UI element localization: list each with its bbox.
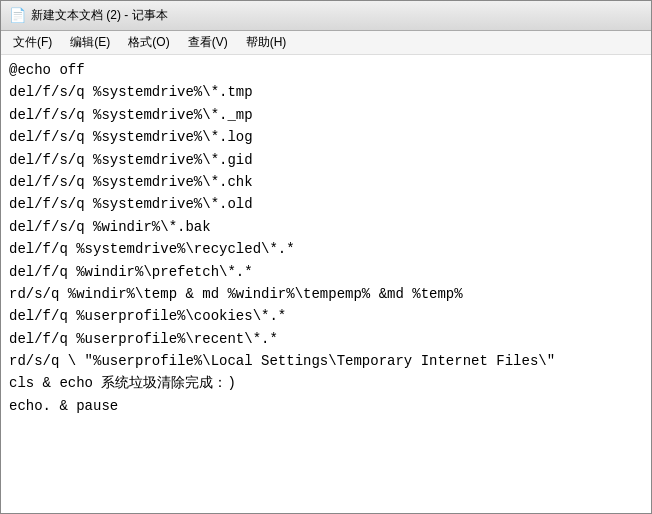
code-line: @echo off <box>9 59 643 81</box>
text-editor[interactable]: @echo offdel/f/s/q %systemdrive%\*.tmpde… <box>1 55 651 513</box>
code-line: del/f/s/q %systemdrive%\*.old <box>9 193 643 215</box>
notepad-window: 📄 新建文本文档 (2) - 记事本 文件(F) 编辑(E) 格式(O) 查看(… <box>0 0 652 514</box>
menu-view[interactable]: 查看(V) <box>180 32 236 53</box>
app-icon: 📄 <box>9 8 25 24</box>
code-line: del/f/q %userprofile%\cookies\*.* <box>9 305 643 327</box>
code-line: echo. & pause <box>9 395 643 417</box>
code-line: del/f/s/q %systemdrive%\*._mp <box>9 104 643 126</box>
menu-edit[interactable]: 编辑(E) <box>62 32 118 53</box>
window-title: 新建文本文档 (2) - 记事本 <box>31 7 168 24</box>
code-line: del/f/s/q %windir%\*.bak <box>9 216 643 238</box>
title-bar: 📄 新建文本文档 (2) - 记事本 <box>1 1 651 31</box>
code-line: del/f/s/q %systemdrive%\*.chk <box>9 171 643 193</box>
code-line: cls & echo 系统垃圾清除完成：) <box>9 372 643 394</box>
menu-format[interactable]: 格式(O) <box>120 32 177 53</box>
code-line: del/f/q %userprofile%\recent\*.* <box>9 328 643 350</box>
menu-file[interactable]: 文件(F) <box>5 32 60 53</box>
code-line: del/f/q %systemdrive%\recycled\*.* <box>9 238 643 260</box>
code-line: del/f/s/q %systemdrive%\*.gid <box>9 149 643 171</box>
code-line: del/f/s/q %systemdrive%\*.tmp <box>9 81 643 103</box>
code-line: rd/s/q \ "%userprofile%\Local Settings\T… <box>9 350 643 372</box>
menu-bar: 文件(F) 编辑(E) 格式(O) 查看(V) 帮助(H) <box>1 31 651 55</box>
code-line: del/f/q %windir%\prefetch\*.* <box>9 261 643 283</box>
menu-help[interactable]: 帮助(H) <box>238 32 295 53</box>
code-line: del/f/s/q %systemdrive%\*.log <box>9 126 643 148</box>
code-line: rd/s/q %windir%\temp & md %windir%\tempe… <box>9 283 643 305</box>
